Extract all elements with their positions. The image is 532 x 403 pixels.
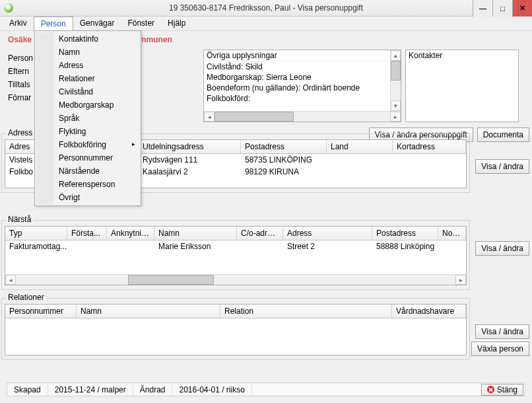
window-buttons: — □ ✕	[473, 0, 532, 17]
menu-fonster[interactable]: Fönster	[121, 17, 161, 30]
th-namn2[interactable]: Namn	[77, 305, 220, 318]
ovriga-line: Medborgarskap: Sierra Leone	[204, 72, 401, 83]
relationer-header: Personnummer Namn Relation Vårdnadshavar…	[5, 305, 466, 318]
status-skapad-value: 2015-11-24 / malper	[48, 384, 133, 396]
ovriga-line: Boendeform (nu gällande): Ordinärt boend…	[204, 83, 401, 93]
th-notering[interactable]: Noterin	[438, 227, 466, 240]
table-row[interactable]: Fakturamottag... Marie Eriksson Street 2…	[5, 240, 466, 252]
chevron-right-icon: ▸	[132, 141, 135, 147]
menu-person[interactable]: Person	[34, 17, 73, 30]
scroll-left-icon[interactable]: ◂	[5, 275, 16, 285]
narstaende-body: Fakturamottag... Marie Eriksson Street 2…	[5, 240, 466, 252]
status-andrad-value: 2016-04-01 / riikso	[172, 384, 251, 396]
narstaende-table: Typ Första... Anknytning Namn C/o-adress…	[5, 226, 467, 285]
th-typ[interactable]: Typ	[5, 227, 67, 240]
maximize-button[interactable]: □	[492, 0, 512, 17]
menu-narstaende[interactable]: Närstående	[53, 165, 139, 178]
menu-arkiv[interactable]: Arkiv	[3, 17, 34, 30]
adresser-label: Adress	[6, 128, 34, 137]
label-fornar: Förnar	[8, 93, 33, 102]
scroll-up-icon[interactable]: ▴	[391, 50, 401, 61]
relationer-table: Personnummer Namn Relation Vårdnadshavar…	[5, 304, 467, 355]
menu-flykting[interactable]: Flykting	[53, 125, 139, 138]
person-dropdown: Kontaktinfo Namn Adress Relationer Civil…	[34, 30, 141, 206]
th-vardnadshavare[interactable]: Vårdnadshavare	[392, 305, 466, 318]
label-person: Person	[8, 54, 33, 63]
label-tilltals: Tilltals	[8, 80, 33, 89]
th-land[interactable]: Land	[327, 140, 393, 153]
scroll-down-icon[interactable]: ▾	[391, 100, 401, 111]
menu-referensperson[interactable]: Referensperson	[53, 178, 139, 191]
narstaende-visa-andra-button[interactable]: Visa / ändra	[475, 241, 529, 256]
window-title: 19 350630-8174 Fredriksson, Paul - Visa …	[0, 3, 532, 13]
ovriga-hscroll[interactable]: ◂ ▸	[204, 111, 401, 122]
th-postadress[interactable]: Postadress	[241, 140, 327, 153]
relationer-group: Relationer Personnummer Namn Relation Vå…	[1, 298, 470, 360]
app-icon	[4, 3, 13, 13]
ovriga-upplysningar-box: Övriga upplysningar Civilstånd: Skild Me…	[203, 50, 401, 122]
close-icon	[487, 386, 494, 393]
minimize-button[interactable]: —	[473, 0, 492, 17]
menu-namn[interactable]: Namn	[53, 46, 139, 59]
menu-personnummer[interactable]: Personnummer	[53, 151, 139, 165]
th-namn[interactable]: Namn	[154, 227, 237, 240]
menu-kontaktinfo[interactable]: Kontaktinfo	[53, 32, 139, 46]
vaxla-person-button[interactable]: Växla person	[471, 342, 529, 356]
menu-ovrigt[interactable]: Övrigt	[53, 191, 139, 204]
th-coadress[interactable]: C/o-adress	[237, 227, 283, 240]
scroll-track[interactable]	[391, 81, 401, 100]
scroll-thumb[interactable]	[391, 61, 401, 81]
th-forsta[interactable]: Första...	[67, 227, 107, 240]
menu-medborgarskap[interactable]: Medborgarskap	[53, 98, 139, 112]
kontakter-box: Kontakter	[405, 50, 519, 122]
left-label-column: Person Eftern Tilltals Förnar	[8, 54, 33, 102]
relationer-visa-andra-button[interactable]: Visa / ändra	[475, 324, 529, 339]
scroll-thumb[interactable]	[128, 275, 214, 285]
adresser-visa-andra-button[interactable]: Visa / ändra	[475, 159, 529, 174]
kontakter-title: Kontakter	[406, 50, 518, 61]
scroll-right-icon[interactable]: ▸	[390, 112, 401, 122]
menu-folkbokforing[interactable]: Folkbokföring ▸	[53, 138, 139, 151]
th-postadress2[interactable]: Postadress	[372, 227, 438, 240]
th-personnummer[interactable]: Personnummer	[5, 305, 77, 318]
menubar: Arkiv Person Genvägar Fönster Hjälp	[0, 17, 532, 31]
narstaende-group: Närstå Typ Första... Anknytning Namn C/o…	[1, 220, 470, 290]
label-eftern: Eftern	[8, 67, 33, 76]
status-andrad-label: Ändrad	[133, 384, 173, 396]
menu-civilstand[interactable]: Civilstånd	[53, 85, 139, 98]
status-bar: Skapad 2015-11-24 / malper Ändrad 2016-0…	[7, 383, 525, 396]
ovriga-line: Folkbokförd:	[204, 93, 401, 104]
narstaende-header: Typ Första... Anknytning Namn C/o-adress…	[5, 227, 466, 240]
scroll-left-icon[interactable]: ◂	[204, 112, 215, 122]
scroll-thumb[interactable]	[215, 112, 294, 122]
scroll-track[interactable]	[214, 275, 455, 285]
close-button[interactable]: ✕	[512, 0, 532, 17]
th-anknytning[interactable]: Anknytning	[107, 227, 154, 240]
stang-button[interactable]: Stäng	[481, 384, 523, 396]
scroll-right-icon[interactable]: ▸	[455, 275, 466, 285]
narstaende-hscroll[interactable]: ◂ ▸	[5, 274, 466, 285]
relationer-label: Relationer	[6, 293, 46, 302]
th-kortadress[interactable]: Kortadress	[393, 140, 466, 153]
menu-sprak[interactable]: Språk	[53, 112, 139, 125]
th-relation[interactable]: Relation	[220, 305, 392, 318]
ovriga-title: Övriga upplysningar	[204, 50, 401, 61]
menu-hjalp[interactable]: Hjälp	[161, 17, 192, 30]
th-utdelning[interactable]: Utdelningsadress	[139, 140, 241, 153]
menu-relationer[interactable]: Relationer	[53, 72, 139, 85]
documenta-button[interactable]: Documenta	[477, 128, 529, 142]
menu-genvagar[interactable]: Genvägar	[73, 17, 121, 30]
narstaende-label: Närstå	[6, 215, 33, 224]
ovriga-vscroll[interactable]: ▴ ▾	[390, 50, 401, 111]
ovriga-line: Civilstånd: Skild	[204, 61, 401, 72]
th-adress[interactable]: Adress	[283, 227, 372, 240]
scroll-track[interactable]	[16, 275, 128, 285]
menu-adress[interactable]: Adress	[53, 59, 139, 72]
scroll-track[interactable]	[294, 112, 390, 122]
status-skapad-label: Skapad	[7, 384, 48, 396]
titlebar: 19 350630-8174 Fredriksson, Paul - Visa …	[0, 0, 532, 17]
